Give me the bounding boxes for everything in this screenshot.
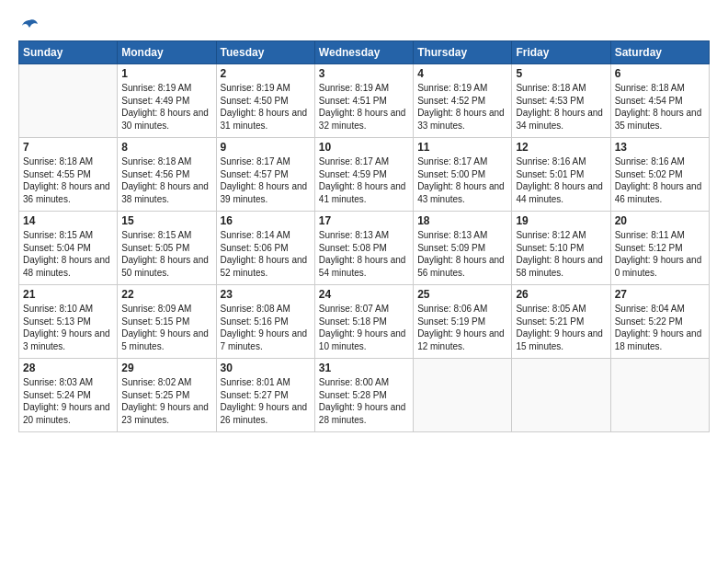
cell-info: Sunrise: 8:16 AM Sunset: 5:02 PM Dayligh…: [615, 155, 705, 205]
cell-info: Sunrise: 8:01 AM Sunset: 5:27 PM Dayligh…: [221, 376, 311, 426]
calendar-week-row: 1 Sunrise: 8:19 AM Sunset: 4:49 PM Dayli…: [19, 64, 710, 138]
calendar-header-thursday: Thursday: [414, 41, 512, 64]
day-number: 30: [221, 362, 311, 374]
cell-info: Sunrise: 8:11 AM Sunset: 5:12 PM Dayligh…: [615, 229, 705, 279]
cell-info: Sunrise: 8:15 AM Sunset: 5:04 PM Dayligh…: [23, 229, 113, 279]
page: SundayMondayTuesdayWednesdayThursdayFrid…: [0, 0, 728, 563]
calendar-cell: 1 Sunrise: 8:19 AM Sunset: 4:49 PM Dayli…: [118, 64, 216, 138]
calendar-cell: 29 Sunrise: 8:02 AM Sunset: 5:25 PM Dayl…: [118, 359, 216, 432]
calendar-cell: 31 Sunrise: 8:00 AM Sunset: 5:28 PM Dayl…: [314, 359, 413, 432]
calendar-cell: 8 Sunrise: 8:18 AM Sunset: 4:56 PM Dayli…: [118, 138, 216, 212]
calendar-cell: 19 Sunrise: 8:12 AM Sunset: 5:10 PM Dayl…: [512, 212, 610, 285]
header: [18, 17, 710, 33]
calendar-week-row: 21 Sunrise: 8:10 AM Sunset: 5:13 PM Dayl…: [19, 285, 710, 359]
day-number: 16: [221, 214, 311, 227]
calendar-cell: 23 Sunrise: 8:08 AM Sunset: 5:16 PM Dayl…: [216, 285, 314, 359]
day-number: 22: [121, 288, 211, 301]
day-number: 5: [516, 67, 606, 80]
calendar-cell: 7 Sunrise: 8:18 AM Sunset: 4:55 PM Dayli…: [19, 138, 118, 212]
day-number: 18: [417, 214, 507, 227]
calendar-week-row: 28 Sunrise: 8:03 AM Sunset: 5:24 PM Dayl…: [19, 359, 710, 432]
calendar-cell: 5 Sunrise: 8:18 AM Sunset: 4:53 PM Dayli…: [512, 64, 610, 138]
day-number: 12: [516, 141, 606, 154]
calendar-cell: 12 Sunrise: 8:16 AM Sunset: 5:01 PM Dayl…: [512, 138, 610, 212]
cell-info: Sunrise: 8:15 AM Sunset: 5:05 PM Dayligh…: [121, 229, 211, 279]
calendar-cell: 16 Sunrise: 8:14 AM Sunset: 5:06 PM Dayl…: [216, 212, 314, 285]
calendar-header-sunday: Sunday: [19, 41, 118, 64]
day-number: 19: [516, 214, 606, 227]
day-number: 28: [23, 362, 113, 374]
cell-info: Sunrise: 8:08 AM Sunset: 5:16 PM Dayligh…: [221, 303, 311, 352]
cell-info: Sunrise: 8:13 AM Sunset: 5:08 PM Dayligh…: [319, 229, 409, 279]
cell-info: Sunrise: 8:00 AM Sunset: 5:28 PM Dayligh…: [319, 376, 409, 426]
cell-info: Sunrise: 8:18 AM Sunset: 4:55 PM Dayligh…: [23, 155, 113, 205]
calendar-cell: 2 Sunrise: 8:19 AM Sunset: 4:50 PM Dayli…: [216, 64, 314, 138]
calendar-table: SundayMondayTuesdayWednesdayThursdayFrid…: [18, 40, 710, 432]
calendar-cell: [414, 359, 512, 432]
day-number: 3: [319, 67, 409, 80]
cell-info: Sunrise: 8:04 AM Sunset: 5:22 PM Dayligh…: [615, 303, 705, 352]
cell-info: Sunrise: 8:17 AM Sunset: 5:00 PM Dayligh…: [417, 155, 507, 205]
calendar-cell: 14 Sunrise: 8:15 AM Sunset: 5:04 PM Dayl…: [19, 212, 118, 285]
cell-info: Sunrise: 8:18 AM Sunset: 4:56 PM Dayligh…: [121, 155, 211, 205]
day-number: 24: [319, 288, 409, 301]
cell-info: Sunrise: 8:06 AM Sunset: 5:19 PM Dayligh…: [417, 303, 507, 352]
calendar-cell: 24 Sunrise: 8:07 AM Sunset: 5:18 PM Dayl…: [314, 285, 413, 359]
day-number: 11: [417, 141, 507, 154]
cell-info: Sunrise: 8:19 AM Sunset: 4:50 PM Dayligh…: [221, 82, 311, 132]
day-number: 2: [221, 67, 311, 80]
cell-info: Sunrise: 8:18 AM Sunset: 4:54 PM Dayligh…: [615, 82, 705, 132]
calendar-week-row: 7 Sunrise: 8:18 AM Sunset: 4:55 PM Dayli…: [19, 138, 710, 212]
calendar-header-row: SundayMondayTuesdayWednesdayThursdayFrid…: [19, 41, 710, 64]
day-number: 31: [319, 362, 409, 374]
calendar-cell: 27 Sunrise: 8:04 AM Sunset: 5:22 PM Dayl…: [610, 285, 709, 359]
logo-bird-icon: [19, 17, 40, 37]
day-number: 27: [615, 288, 705, 301]
calendar-cell: 6 Sunrise: 8:18 AM Sunset: 4:54 PM Dayli…: [610, 64, 709, 138]
cell-info: Sunrise: 8:19 AM Sunset: 4:52 PM Dayligh…: [417, 82, 507, 132]
cell-info: Sunrise: 8:19 AM Sunset: 4:51 PM Dayligh…: [319, 82, 409, 132]
day-number: 25: [417, 288, 507, 301]
day-number: 6: [615, 67, 705, 80]
day-number: 26: [516, 288, 606, 301]
calendar-header-friday: Friday: [512, 41, 610, 64]
cell-info: Sunrise: 8:10 AM Sunset: 5:13 PM Dayligh…: [23, 303, 113, 352]
day-number: 7: [23, 141, 113, 154]
day-number: 23: [221, 288, 311, 301]
calendar-cell: 18 Sunrise: 8:13 AM Sunset: 5:09 PM Dayl…: [414, 212, 512, 285]
calendar-header-tuesday: Tuesday: [216, 41, 314, 64]
calendar-header-monday: Monday: [118, 41, 216, 64]
calendar-header-saturday: Saturday: [610, 41, 709, 64]
calendar-cell: 17 Sunrise: 8:13 AM Sunset: 5:08 PM Dayl…: [314, 212, 413, 285]
cell-info: Sunrise: 8:18 AM Sunset: 4:53 PM Dayligh…: [516, 82, 606, 132]
day-number: 10: [319, 141, 409, 154]
cell-info: Sunrise: 8:13 AM Sunset: 5:09 PM Dayligh…: [417, 229, 507, 279]
calendar-week-row: 14 Sunrise: 8:15 AM Sunset: 5:04 PM Dayl…: [19, 212, 710, 285]
logo: [18, 17, 40, 33]
day-number: 8: [121, 141, 211, 154]
calendar-cell: 9 Sunrise: 8:17 AM Sunset: 4:57 PM Dayli…: [216, 138, 314, 212]
day-number: 1: [121, 67, 211, 80]
calendar-header-wednesday: Wednesday: [314, 41, 413, 64]
calendar-cell: 10 Sunrise: 8:17 AM Sunset: 4:59 PM Dayl…: [314, 138, 413, 212]
cell-info: Sunrise: 8:09 AM Sunset: 5:15 PM Dayligh…: [121, 303, 211, 352]
cell-info: Sunrise: 8:07 AM Sunset: 5:18 PM Dayligh…: [319, 303, 409, 352]
calendar-cell: 3 Sunrise: 8:19 AM Sunset: 4:51 PM Dayli…: [314, 64, 413, 138]
cell-info: Sunrise: 8:12 AM Sunset: 5:10 PM Dayligh…: [516, 229, 606, 279]
calendar-cell: 26 Sunrise: 8:05 AM Sunset: 5:21 PM Dayl…: [512, 285, 610, 359]
cell-info: Sunrise: 8:03 AM Sunset: 5:24 PM Dayligh…: [23, 376, 113, 426]
day-number: 20: [615, 214, 705, 227]
calendar-cell: 11 Sunrise: 8:17 AM Sunset: 5:00 PM Dayl…: [414, 138, 512, 212]
calendar-cell: 28 Sunrise: 8:03 AM Sunset: 5:24 PM Dayl…: [19, 359, 118, 432]
day-number: 17: [319, 214, 409, 227]
day-number: 15: [121, 214, 211, 227]
cell-info: Sunrise: 8:17 AM Sunset: 4:57 PM Dayligh…: [221, 155, 311, 205]
calendar-cell: 22 Sunrise: 8:09 AM Sunset: 5:15 PM Dayl…: [118, 285, 216, 359]
calendar-cell: 13 Sunrise: 8:16 AM Sunset: 5:02 PM Dayl…: [610, 138, 709, 212]
day-number: 13: [615, 141, 705, 154]
calendar-cell: 15 Sunrise: 8:15 AM Sunset: 5:05 PM Dayl…: [118, 212, 216, 285]
logo-text: [18, 17, 40, 33]
cell-info: Sunrise: 8:14 AM Sunset: 5:06 PM Dayligh…: [221, 229, 311, 279]
calendar-cell: 20 Sunrise: 8:11 AM Sunset: 5:12 PM Dayl…: [610, 212, 709, 285]
cell-info: Sunrise: 8:19 AM Sunset: 4:49 PM Dayligh…: [121, 82, 211, 132]
